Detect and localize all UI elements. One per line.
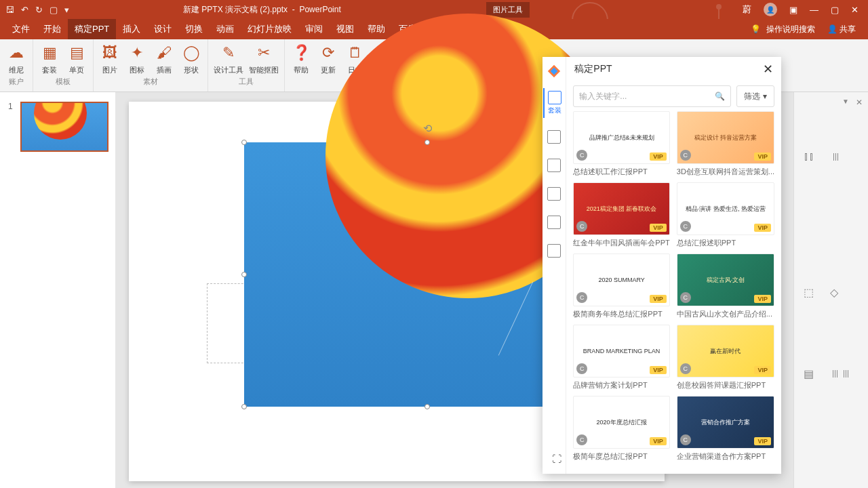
gaoding-logo-icon [547, 64, 561, 79]
menu-slideshow[interactable]: 幻灯片放映 [241, 19, 298, 39]
ribbon-shape-button[interactable]: ◯形状 [180, 42, 202, 75]
ribbon-display-icon[interactable]: ▣ [789, 5, 797, 15]
menu-view[interactable]: 视图 [330, 19, 361, 39]
resize-handle[interactable] [241, 404, 247, 409]
template-card[interactable]: 稿定古风·文创CVIP中国古风山水文创产品介绍... [677, 253, 774, 321]
template-card[interactable]: 精品·演讲 热爱生活, 热爱运营CVIP总结汇报述职PPT [677, 182, 774, 249]
vip-badge: VIP [650, 366, 667, 374]
ribbon-cutout-button[interactable]: ✂智能抠图 [249, 42, 279, 75]
template-card[interactable]: 稿定设计 抖音运营方案CVIP3D创意互联网抖音运营策划... [677, 111, 774, 178]
slide-thumbnail-pane[interactable]: 1 [0, 92, 115, 488]
slide-thumbnail-1[interactable] [20, 102, 108, 152]
ribbon-page-button[interactable]: ▤单页 [66, 42, 87, 75]
distribute-tool-icon[interactable]: ⫼ [831, 150, 842, 163]
search-input[interactable]: 输入关键字... 🔍 [573, 85, 731, 107]
template-title: 总结汇报述职PPT [677, 235, 774, 249]
page-icon: ▤ [66, 42, 87, 64]
vip-badge: VIP [754, 295, 771, 303]
sidebar-tab-single[interactable] [543, 127, 565, 146]
menu-gaoding-ppt[interactable]: 稿定PPT [68, 19, 116, 39]
user-avatar-icon[interactable]: 👤 [764, 3, 777, 16]
template-preview: 2021稿定集团 新春联欢会CVIP [573, 182, 669, 235]
panel-main: 稿定PPT ✕ 输入关键字... 🔍 筛选▾ 品牌推广总结&未来规划CVIP总结… [566, 57, 781, 474]
template-preview: 2020年度总结汇报CVIP [573, 396, 669, 449]
template-preview: 稿定古风·文创CVIP [677, 253, 774, 306]
minimize-icon[interactable]: — [810, 5, 818, 15]
menu-design[interactable]: 设计 [147, 19, 178, 39]
undo-icon[interactable]: ↶ [21, 5, 28, 15]
share-button[interactable]: 👤 共享 [821, 24, 863, 35]
template-card[interactable]: 2020年度总结汇报CVIP极简年度总结汇报PPT [573, 396, 669, 463]
resize-handle[interactable] [425, 140, 430, 145]
template-card[interactable]: 2020 SUMMARYCVIP极简商务年终总结汇报PPT [573, 253, 669, 321]
save-icon[interactable]: 🖫 [5, 5, 14, 15]
resize-handle[interactable] [425, 404, 430, 409]
search-placeholder: 输入关键字... [579, 91, 627, 102]
pane-dropdown-icon[interactable]: ▼ [842, 98, 849, 105]
align-tool-icon[interactable]: ⫿⫿ [804, 150, 814, 163]
filter-dropdown[interactable]: 筛选▾ [736, 85, 774, 107]
menu-home[interactable]: 开始 [37, 19, 68, 39]
ribbon-design-button[interactable]: ✎设计工具 [214, 42, 243, 75]
slide-number: 1 [8, 102, 13, 111]
template-title: 3D创意互联网抖音运营策划... [677, 164, 774, 178]
ribbon-pic-button[interactable]: 🖼图片 [99, 42, 121, 75]
resize-handle[interactable] [241, 272, 247, 277]
help-icon: ❓ [290, 42, 312, 64]
sidebar-tab-sets[interactable]: 套装 [543, 88, 565, 118]
template-card[interactable]: 营销合作推广方案CVIP企业营销渠道合作方案PPT [677, 396, 774, 463]
template-grid[interactable]: 品牌推广总结&未来规划CVIP总结述职工作汇报PPT稿定设计 抖音运营方案CVI… [566, 111, 781, 474]
menu-animations[interactable]: 动画 [210, 19, 241, 39]
ribbon-group: ☁维尼账户 [0, 39, 33, 92]
panel-close-icon[interactable]: ✕ [763, 62, 773, 77]
start-from-beginning-icon[interactable]: ▢ [50, 5, 58, 15]
iconset-icon: ✦ [126, 42, 148, 64]
window-title: 新建 PPTX 演示文稿 (2).pptx - PowerPoint [75, 4, 486, 16]
template-title: 企业营销渠道合作方案PPT [677, 449, 774, 463]
sidebar-tab-shape[interactable] [543, 241, 565, 260]
rotate-handle-icon[interactable]: ⟲ [423, 122, 432, 135]
sidebar-tab-illust[interactable] [543, 213, 565, 232]
maximize-icon[interactable]: ▢ [831, 5, 839, 15]
eraser-icon[interactable]: ◇ [830, 286, 838, 299]
ribbon-item-label: 形状 [184, 65, 199, 75]
cutout-icon: ✂ [253, 42, 275, 64]
resize-handle[interactable] [241, 140, 247, 145]
template-card[interactable]: BRAND MARKETING PLANCVIP品牌营销方案计划PPT [573, 325, 669, 392]
ribbon-item-label: 单页 [69, 65, 84, 75]
template-card[interactable]: 赢在新时代CVIP创意校园答辩课题汇报PPT [677, 325, 774, 392]
ribbon-cloud-button[interactable]: ☁维尼 [5, 42, 27, 75]
menu-help[interactable]: 帮助 [361, 19, 392, 39]
ribbon-tpl-button[interactable]: ▦套装 [39, 42, 60, 75]
template-preview: 稿定设计 抖音运营方案CVIP [677, 111, 774, 164]
menu-review[interactable]: 审阅 [298, 19, 330, 39]
ribbon-help-button[interactable]: ❓帮助 [290, 42, 312, 75]
search-icon[interactable]: 🔍 [715, 92, 725, 101]
redo-icon[interactable]: ↻ [35, 5, 43, 15]
template-preview: 营销合作推广方案CVIP [677, 396, 774, 449]
close-icon[interactable]: ✕ [851, 5, 859, 15]
ribbon-item-label: 插画 [157, 65, 172, 75]
tell-me-input[interactable]: 操作说明搜索 [766, 24, 815, 35]
layout-icon[interactable]: ▤ [804, 367, 814, 380]
template-title: 极简商务年终总结汇报PPT [573, 306, 669, 321]
sidebar-tab-icon[interactable] [543, 184, 565, 203]
qat-more-icon[interactable]: ▾ [64, 5, 69, 15]
template-preview: 精品·演讲 热爱生活, 热爱运营CVIP [677, 182, 774, 235]
columns-icon[interactable]: ⫼⫼ [830, 367, 852, 380]
template-card[interactable]: 品牌推广总结&未来规划CVIP总结述职工作汇报PPT [573, 111, 669, 178]
menu-file[interactable]: 文件 [5, 19, 37, 39]
ribbon-illust-button[interactable]: 🖌插画 [153, 42, 175, 75]
c-badge: C [576, 292, 587, 303]
ribbon-iconset-button[interactable]: ✦图标 [126, 42, 148, 75]
pane-close-icon[interactable]: ✕ [856, 98, 863, 107]
ribbon-group-name: 工具 [239, 77, 254, 87]
ribbon-update-button[interactable]: ⟳更新 [317, 42, 339, 75]
menu-transitions[interactable]: 切换 [178, 19, 210, 39]
sidebar-tab-image[interactable] [543, 156, 565, 175]
bucket-icon[interactable]: ⬚ [804, 286, 814, 299]
tool-row: ▤ ⫼⫼ [804, 367, 852, 380]
expand-icon[interactable]: ⛶ [552, 453, 561, 464]
template-card[interactable]: 2021稿定集团 新春联欢会CVIP红金牛年中国风插画年会PPT [573, 182, 669, 249]
menu-insert[interactable]: 插入 [116, 19, 147, 39]
